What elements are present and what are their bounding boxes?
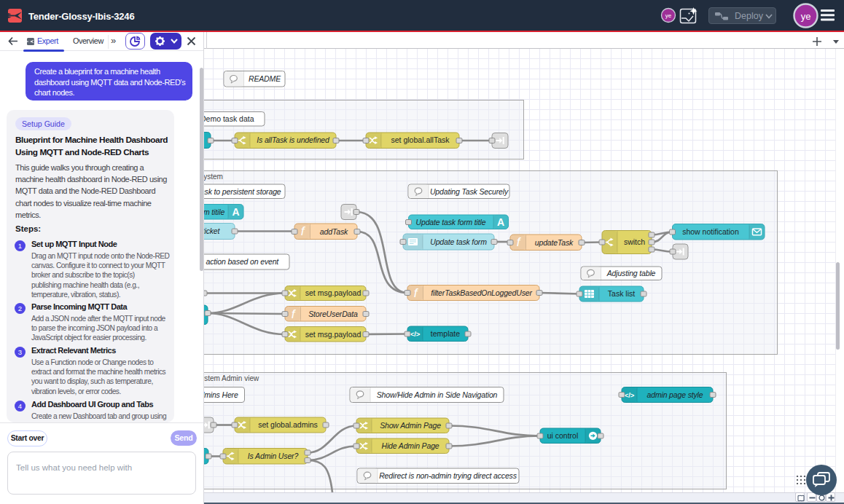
svg-text:Add Admins Here: Add Admins Here bbox=[204, 390, 238, 399]
svg-text:Is Admin User?: Is Admin User? bbox=[248, 452, 299, 460]
svg-text:README: README bbox=[249, 74, 281, 83]
svg-text:Redirect is non-admin trying d: Redirect is non-admin trying direct acce… bbox=[379, 471, 517, 480]
svg-text:StoreUserData: StoreUserData bbox=[308, 310, 358, 318]
svg-text:addTask: addTask bbox=[320, 227, 348, 236]
svg-text:ui control: ui control bbox=[547, 431, 579, 440]
svg-text:Task list: Task list bbox=[608, 289, 635, 298]
svg-text:Demo task data: Demo task data bbox=[204, 114, 254, 123]
svg-text:Show Admin Page: Show Admin Page bbox=[380, 421, 441, 430]
svg-text:ye: ye bbox=[665, 12, 672, 19]
svg-text:Take action based on event: Take action based on event bbox=[204, 257, 279, 266]
svg-text:filterTaskBasedOnLoggedUser: filterTaskBasedOnLoggedUser bbox=[431, 288, 532, 297]
svg-text:show notification: show notification bbox=[682, 227, 739, 236]
svg-text:set global.admins: set global.admins bbox=[258, 420, 318, 429]
svg-text:Updating Task Securely: Updating Task Securely bbox=[430, 187, 509, 196]
svg-text:Update task form title: Update task form title bbox=[416, 218, 486, 227]
svg-text:set msg.payload: set msg.payload bbox=[305, 288, 362, 297]
svg-text:set msg.payload: set msg.payload bbox=[305, 330, 362, 339]
svg-text:Task Management System: Task Management System bbox=[204, 173, 223, 181]
svg-text:template: template bbox=[431, 329, 460, 338]
svg-text:Hide Admin Page: Hide Admin Page bbox=[381, 441, 439, 450]
svg-text:Is allTask is undefined: Is allTask is undefined bbox=[257, 135, 330, 144]
svg-text:Task Management System Admin v: Task Management System Admin view bbox=[204, 374, 259, 382]
svg-text:updateTask: updateTask bbox=[535, 238, 574, 247]
svg-text:Show/Hide Admin in Side Naviga: Show/Hide Admin in Side Navigation bbox=[377, 390, 498, 399]
svg-text:Update task form: Update task form bbox=[430, 237, 487, 246]
svg-text:Update task form titile: Update task form titile bbox=[204, 208, 224, 216]
svg-text:set global.allTask: set global.allTask bbox=[391, 135, 450, 144]
svg-text:Adjusting table: Adjusting table bbox=[606, 269, 656, 277]
svg-text:switch: switch bbox=[624, 237, 645, 246]
svg-text:ye: ye bbox=[801, 11, 811, 22]
svg-text:ticket: ticket bbox=[204, 227, 221, 235]
svg-text:admin page style: admin page style bbox=[647, 390, 703, 399]
svg-text:Save task to persistent storag: Save task to persistent storage bbox=[204, 187, 281, 196]
